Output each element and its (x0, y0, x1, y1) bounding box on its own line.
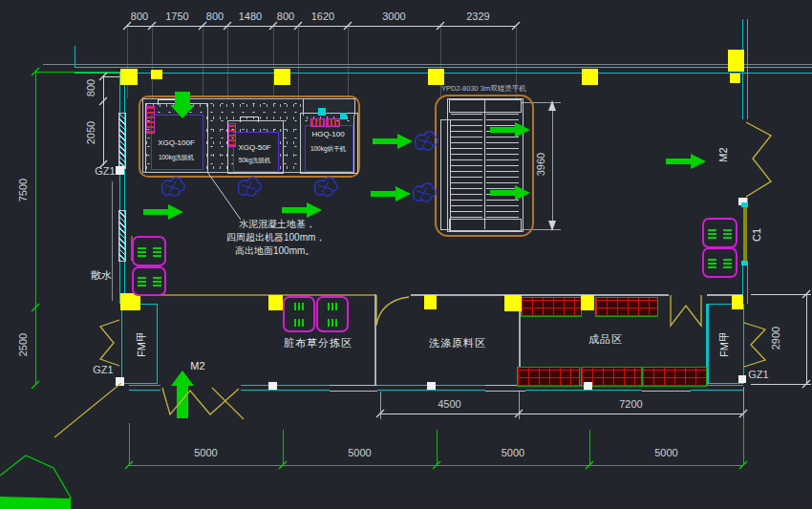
grid-line (152, 26, 153, 98)
dryer-connector (310, 118, 325, 127)
grid-line (127, 26, 128, 98)
flow-arrow-icon (282, 202, 322, 218)
shelf-rack (642, 367, 707, 387)
washer-50-notch (240, 117, 259, 122)
flow-arrow-up-icon (171, 371, 194, 418)
dryer-connector (326, 118, 340, 127)
apron-line (112, 181, 113, 301)
flow-arrow-icon (373, 134, 413, 149)
column-marker (730, 74, 740, 83)
right-dim-line (806, 294, 807, 384)
cart-load (723, 258, 732, 268)
column-marker (151, 70, 162, 79)
zone-label-sorting: 脏布草分拣区 (280, 336, 356, 350)
machine-capacity: 100kg洗脱机 (151, 154, 202, 162)
door-label-fm: FM甲 (717, 326, 732, 364)
note-leader-line (207, 172, 241, 220)
dim-label: 800 (85, 69, 96, 107)
right-dim-ext (751, 384, 811, 385)
ironer-top-band (449, 99, 522, 113)
linen-cart (283, 296, 315, 332)
apron-label: 散水 (88, 268, 115, 283)
top-wall-stub (75, 46, 75, 68)
wall-marker (268, 382, 277, 390)
dim-ext (743, 418, 744, 465)
dim-label: 5000 (283, 447, 437, 458)
ironer-rollers (486, 113, 519, 218)
cart-load (708, 258, 716, 268)
ironer-side-bar (440, 119, 451, 230)
column-marker (504, 295, 522, 311)
cart-load (294, 303, 305, 310)
door-swing-fm-right (744, 323, 765, 367)
ironer-rollers (451, 113, 482, 218)
column-marker (582, 69, 598, 85)
grid-line (203, 26, 203, 98)
washer-100-notch (158, 99, 182, 105)
window-c1-cap (741, 202, 748, 207)
column-marker (428, 69, 444, 85)
wall-marker (584, 382, 592, 390)
door-label-m2: M2 (717, 136, 729, 174)
left-wall-hatch (118, 113, 126, 169)
ironer-bottom-band (449, 219, 522, 231)
linen-cart (132, 266, 166, 296)
dim-label: 2329 (440, 11, 516, 22)
dim-label: 4500 (380, 398, 519, 410)
column-marker (120, 69, 138, 85)
cart-load (138, 276, 146, 286)
window-c1 (743, 205, 747, 263)
right-dim-ext (751, 294, 811, 295)
dim-label: 3960 (535, 145, 546, 183)
machine-capacity: 100kg烘干机 (305, 145, 352, 154)
gz1-label: GZ1 (91, 165, 119, 177)
zone-label-finished: 成品区 (577, 332, 634, 347)
door-swing-fm-left (100, 320, 119, 366)
cart-load (138, 246, 146, 257)
bottom-door-opening (160, 383, 241, 392)
dim-label: 2900 (770, 319, 781, 357)
washer-100-panel (146, 106, 155, 134)
door-swing-m2-right (746, 122, 771, 197)
machine-capacity: 50kg洗脱机 (229, 157, 280, 165)
cart-load (328, 319, 338, 327)
dim-label: 5000 (437, 447, 589, 458)
window-label-c1: C1 (751, 216, 762, 254)
cart-scribble-icon (315, 178, 338, 196)
cart-scribble-icon (239, 178, 262, 196)
dim-ext (129, 423, 130, 465)
foundation-note-line3: 高出地面100mm。 (235, 244, 314, 258)
dim-label: 3000 (348, 11, 440, 22)
left-wall (119, 72, 125, 304)
site-boundary-line (0, 456, 71, 509)
dim-label: 1480 (227, 11, 273, 22)
grid-line (227, 26, 228, 98)
foundation-note-line1: 水泥混凝土地基， (239, 218, 315, 231)
column-marker (728, 50, 744, 72)
dim-label: 2050 (85, 114, 96, 152)
left-wall-hatch (118, 210, 126, 262)
dim-label: 5000 (129, 447, 283, 458)
cart-load (708, 228, 716, 239)
zone-label-raw: 洗涤原料区 (419, 336, 496, 350)
dim-label: 7500 (17, 171, 29, 209)
roof-reference-line (43, 64, 812, 65)
wall-marker (427, 382, 436, 390)
shelf-rack (517, 367, 580, 387)
column-marker (268, 295, 283, 310)
left-inner-dim-line (103, 76, 104, 165)
site-wedge (0, 497, 71, 509)
door-label-m2: M2 (185, 360, 210, 371)
bottom-dim-line (129, 465, 743, 466)
grid-line (273, 26, 274, 98)
ironer-label: YPD2-8030 3m双辊烫平机 (441, 84, 604, 94)
flow-arrow-icon (371, 186, 411, 201)
cart-scribble-icon (162, 178, 185, 196)
machine-model: HGQ-100 (305, 130, 352, 138)
door-swing-partition (376, 295, 409, 326)
dim-label: 1750 (152, 11, 203, 22)
dim-label: 2500 (17, 326, 29, 364)
dim-label: 7200 (519, 398, 743, 410)
left-outer-dim-line (35, 72, 36, 385)
splay-line (54, 383, 121, 437)
